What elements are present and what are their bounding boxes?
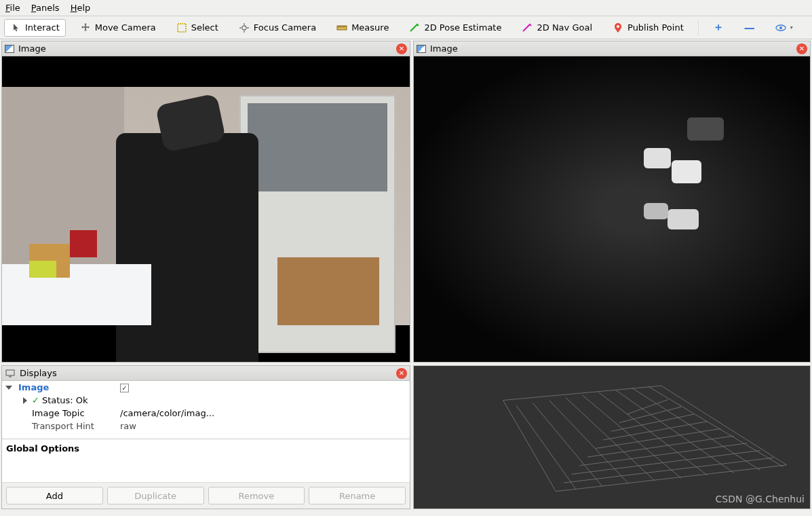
- interact-button[interactable]: Interact: [4, 19, 66, 37]
- displays-panel: Displays ✕ Image ✓ ✓: [1, 365, 410, 509]
- move-camera-label: Move Camera: [95, 22, 156, 33]
- select-label: Select: [191, 22, 218, 33]
- menu-help[interactable]: Help: [71, 3, 91, 13]
- description-title: Global Options: [6, 443, 406, 454]
- svg-point-5: [779, 26, 782, 29]
- displays-tree[interactable]: Image ✓ ✓ Status: Ok Image: [2, 381, 410, 439]
- nav-goal-button[interactable]: 2D Nav Goal: [516, 19, 598, 37]
- tree-row-status[interactable]: ✓ Status: Ok: [2, 394, 410, 407]
- displays-header[interactable]: Displays ✕: [2, 366, 410, 381]
- image-topic-label: Image Topic: [32, 408, 85, 418]
- minus-icon: —: [744, 21, 755, 34]
- move-camera-button[interactable]: Move Camera: [74, 19, 162, 37]
- status-ok-icon: ✓: [32, 395, 39, 405]
- toolbar-separator: [698, 20, 699, 35]
- views-dropdown[interactable]: ▾: [769, 19, 799, 37]
- focus-camera-icon: [239, 22, 250, 33]
- displays-title: Displays: [20, 368, 392, 378]
- image-panel-left-title: Image: [18, 43, 392, 54]
- image-panel-left-header[interactable]: Image ✕: [2, 41, 410, 56]
- remove-button[interactable]: Remove: [208, 487, 305, 504]
- tree-row-transport-hint[interactable]: Transport Hint raw: [2, 420, 410, 432]
- bottom-left-region: Displays ✕ Image ✓ ✓: [1, 365, 410, 509]
- 3d-grid: [414, 366, 810, 509]
- main-area: Image ✕ Image ✕: [0, 39, 812, 516]
- rgb-camera-image: [2, 56, 410, 362]
- measure-icon: [336, 22, 347, 33]
- tree-row-image-topic[interactable]: Image Topic /camera/color/imag...: [2, 407, 410, 420]
- image-panel-right-title: Image: [430, 43, 792, 54]
- duplicate-button[interactable]: Duplicate: [107, 487, 204, 504]
- plus-icon: ＋: [713, 20, 724, 35]
- menu-file[interactable]: File: [5, 3, 20, 13]
- menu-panels[interactable]: Panels: [31, 3, 60, 13]
- image-topic-value[interactable]: /camera/color/imag...: [117, 408, 410, 418]
- nav-goal-icon: [522, 22, 533, 33]
- image-panel-right-body[interactable]: [414, 56, 810, 362]
- interact-icon: [10, 22, 21, 33]
- image-panel-left: Image ✕: [1, 41, 410, 363]
- close-icon[interactable]: ✕: [396, 43, 407, 54]
- svg-point-3: [617, 25, 619, 28]
- remove-tool-button[interactable]: —: [738, 18, 761, 37]
- focus-camera-button[interactable]: Focus Camera: [233, 19, 322, 37]
- image-visibility-checkbox[interactable]: ✓: [120, 384, 129, 392]
- measure-label: Measure: [351, 22, 389, 33]
- menu-bar: File Panels Help: [0, 0, 812, 16]
- select-button[interactable]: Select: [170, 19, 225, 37]
- publish-point-button[interactable]: Publish Point: [606, 19, 690, 37]
- image-panel-left-body[interactable]: [2, 56, 410, 362]
- image-icon: [5, 45, 14, 53]
- focus-camera-label: Focus Camera: [254, 22, 316, 33]
- rename-button[interactable]: Rename: [309, 487, 406, 504]
- depth-camera-image: [414, 56, 810, 362]
- interact-label: Interact: [25, 22, 60, 33]
- tree-row-image[interactable]: Image ✓: [2, 381, 410, 394]
- nav-goal-label: 2D Nav Goal: [537, 22, 592, 33]
- publish-point-icon: [613, 22, 623, 33]
- transport-hint-label: Transport Hint: [32, 421, 94, 431]
- tree-image-label: Image: [18, 382, 49, 392]
- select-icon: [176, 22, 187, 33]
- image-icon: [417, 45, 426, 53]
- add-button[interactable]: Add: [6, 487, 103, 504]
- svg-rect-6: [6, 370, 14, 375]
- publish-point-label: Publish Point: [627, 22, 684, 33]
- pose-estimate-icon: [409, 22, 420, 33]
- measure-button[interactable]: Measure: [330, 19, 395, 37]
- close-icon[interactable]: ✕: [796, 43, 807, 54]
- move-camera-icon: [80, 22, 91, 33]
- chevron-down-icon: ▾: [790, 24, 793, 31]
- expand-icon[interactable]: [5, 386, 12, 390]
- add-tool-button[interactable]: ＋: [707, 17, 730, 38]
- watermark: CSDN @G.Chenhui: [716, 494, 805, 504]
- pose-estimate-button[interactable]: 2D Pose Estimate: [403, 19, 507, 37]
- displays-icon: [5, 368, 16, 379]
- expand-icon[interactable]: [23, 397, 27, 404]
- image-panel-right-header[interactable]: Image ✕: [414, 41, 810, 56]
- description-box: Global Options: [2, 439, 410, 482]
- status-label: Status: Ok: [42, 395, 88, 405]
- image-panel-right: Image ✕: [413, 41, 811, 363]
- displays-button-row: Add Duplicate Remove Rename: [2, 482, 410, 509]
- svg-point-1: [242, 26, 246, 30]
- 3d-view-panel[interactable]: ◂ CSDN @G.Chenhui: [413, 365, 811, 509]
- transport-hint-value[interactable]: raw: [117, 421, 410, 431]
- eye-icon: [775, 22, 786, 33]
- pose-estimate-label: 2D Pose Estimate: [424, 22, 501, 33]
- toolbar: Interact Move Camera Select Focus Camera…: [0, 16, 812, 39]
- close-icon[interactable]: ✕: [396, 368, 407, 379]
- svg-rect-0: [178, 24, 186, 32]
